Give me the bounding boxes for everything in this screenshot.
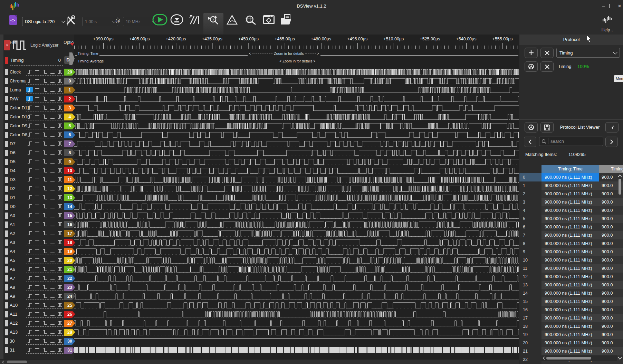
goto-row-button[interactable] bbox=[605, 122, 619, 132]
channel-row[interactable]: A7 22 bbox=[3, 274, 74, 283]
trigger-high-icon[interactable] bbox=[34, 96, 40, 101]
decode-row-average[interactable]: Timing: Average < Zoom in for details > bbox=[75, 59, 518, 65]
search-input[interactable] bbox=[548, 138, 601, 144]
wave-trace[interactable] bbox=[74, 247, 519, 256]
wave-trace[interactable] bbox=[74, 77, 519, 86]
trigger-edge-icon[interactable] bbox=[57, 347, 63, 353]
trigger-falling-icon[interactable] bbox=[41, 222, 48, 227]
trigger-low-icon[interactable] bbox=[49, 105, 56, 110]
channel-index-badge[interactable]: 28 bbox=[64, 329, 75, 336]
trigger-edge-icon[interactable] bbox=[57, 114, 63, 119]
trigger-rising-icon[interactable] bbox=[26, 105, 33, 110]
trigger-edge-icon[interactable] bbox=[57, 141, 63, 146]
channel-index-badge[interactable]: 21 bbox=[64, 266, 75, 273]
trigger-low-icon[interactable] bbox=[49, 239, 56, 245]
channel-index-badge[interactable]: 0 bbox=[64, 78, 75, 85]
display-icon[interactable] bbox=[262, 14, 276, 25]
channel-index-badge[interactable]: 12 bbox=[64, 185, 75, 192]
trigger-low-icon[interactable] bbox=[49, 168, 56, 173]
channel-row[interactable]: Luma 1 bbox=[3, 86, 74, 95]
trigger-rising-icon[interactable] bbox=[26, 293, 33, 299]
trigger-falling-icon[interactable] bbox=[41, 275, 48, 281]
trigger-falling-icon[interactable] bbox=[41, 177, 48, 182]
trigger-falling-icon[interactable] bbox=[41, 132, 48, 137]
channel-row[interactable]: Clock 29 bbox=[3, 68, 74, 77]
protocol-list-row[interactable]: 15 900.000 ns (1.111 MHz) 900.0 bbox=[519, 297, 623, 306]
channel-row[interactable]: D2 12 bbox=[3, 184, 74, 193]
trigger-low-icon[interactable] bbox=[49, 141, 56, 146]
trigger-high-icon[interactable] bbox=[34, 123, 40, 128]
trigger-rising-icon[interactable] bbox=[26, 248, 33, 254]
list-hscrollbar[interactable] bbox=[541, 355, 617, 361]
duration-select[interactable]: 1.00 s bbox=[82, 17, 118, 26]
wave-trace[interactable] bbox=[74, 202, 519, 211]
trigger-falling-icon[interactable] bbox=[41, 96, 48, 101]
trigger-edge-icon[interactable] bbox=[57, 329, 63, 335]
channel-row[interactable]: A8 23 bbox=[3, 283, 74, 292]
trigger-low-icon[interactable] bbox=[49, 177, 56, 182]
session-title[interactable]: Logic Analyzer bbox=[30, 43, 58, 48]
channel-row[interactable]: D5 9 bbox=[3, 157, 74, 166]
wave-trace[interactable] bbox=[74, 95, 519, 104]
trigger-falling-icon[interactable] bbox=[41, 105, 48, 110]
channel-row[interactable]: D7 7 bbox=[3, 139, 74, 148]
close-button[interactable]: × bbox=[616, 3, 623, 10]
trigger-falling-icon[interactable] bbox=[41, 195, 48, 200]
trigger-icon[interactable] bbox=[188, 14, 201, 25]
channel-index-badge[interactable]: 30 bbox=[64, 338, 75, 345]
trigger-rising-icon[interactable] bbox=[26, 141, 33, 146]
wave-trace[interactable] bbox=[74, 301, 519, 310]
channel-index-badge[interactable]: 14 bbox=[64, 203, 75, 210]
channel-index-badge[interactable]: 25 bbox=[64, 302, 75, 309]
wave-trace[interactable] bbox=[74, 319, 519, 328]
protocol-list-row[interactable]: 13 900.000 ns (1.111 MHz) 900.0 bbox=[519, 281, 623, 289]
protocol-list-row[interactable]: 19 900.000 ns (1.111 MHz) 900.0 bbox=[519, 331, 623, 339]
trigger-high-icon[interactable] bbox=[34, 177, 40, 182]
decode-row-time[interactable]: Timing: Time <Zoom in for details> bbox=[75, 51, 518, 57]
decoder-row-marker[interactable] bbox=[69, 52, 75, 65]
trigger-falling-icon[interactable] bbox=[41, 329, 48, 335]
channel-index-badge[interactable]: 31 bbox=[64, 347, 75, 354]
trigger-low-icon[interactable] bbox=[49, 266, 56, 272]
channel-row[interactable]: R/W 2 bbox=[3, 95, 74, 104]
channel-index-badge[interactable]: 22 bbox=[64, 275, 75, 282]
protocol-list-row[interactable]: 17 900.000 ns (1.111 MHz) 900.0 bbox=[519, 314, 623, 322]
trigger-edge-icon[interactable] bbox=[57, 87, 63, 92]
viewer-settings-button[interactable] bbox=[525, 122, 538, 132]
search-icon[interactable] bbox=[244, 14, 258, 25]
trigger-falling-icon[interactable] bbox=[41, 257, 48, 263]
trigger-rising-icon[interactable] bbox=[26, 96, 33, 101]
wave-trace[interactable] bbox=[74, 292, 519, 301]
trigger-edge-icon[interactable] bbox=[57, 195, 63, 200]
search-prev-button[interactable] bbox=[524, 137, 536, 147]
trigger-edge-icon[interactable] bbox=[57, 150, 63, 155]
trigger-high-icon[interactable] bbox=[34, 222, 40, 227]
trigger-edge-icon[interactable] bbox=[57, 78, 63, 83]
channel-index-badge[interactable]: 2 bbox=[64, 96, 75, 102]
search-box[interactable] bbox=[539, 137, 603, 146]
trigger-low-icon[interactable] bbox=[49, 248, 56, 254]
wave-trace[interactable] bbox=[74, 283, 519, 292]
wave-trace[interactable] bbox=[74, 337, 519, 346]
title-bar[interactable]: DSView v1.1.2 – × bbox=[0, 0, 623, 12]
trigger-high-icon[interactable] bbox=[34, 204, 40, 209]
channel-index-badge[interactable]: 11 bbox=[64, 176, 75, 183]
trigger-high-icon[interactable] bbox=[34, 311, 40, 317]
protocol-list-row[interactable]: 18 900.000 ns (1.111 MHz) 900.0 bbox=[519, 322, 623, 331]
trigger-falling-icon[interactable] bbox=[41, 186, 48, 191]
trigger-rising-icon[interactable] bbox=[26, 204, 33, 209]
wave-trace[interactable] bbox=[74, 211, 519, 220]
trigger-high-icon[interactable] bbox=[34, 150, 40, 155]
remove-all-decoders-button[interactable] bbox=[540, 48, 554, 58]
trigger-rising-icon[interactable] bbox=[26, 150, 33, 155]
channel-index-badge[interactable]: 16 bbox=[64, 221, 75, 228]
trigger-rising-icon[interactable] bbox=[26, 213, 33, 218]
protocol-list-row[interactable]: 3 900.000 ns (1.111 MHz) 900.0 bbox=[519, 198, 623, 206]
trigger-edge-icon[interactable] bbox=[57, 186, 63, 191]
wave-trace[interactable] bbox=[74, 229, 519, 238]
trigger-edge-icon[interactable] bbox=[57, 132, 63, 137]
trigger-rising-icon[interactable] bbox=[26, 338, 33, 344]
trigger-low-icon[interactable] bbox=[49, 204, 56, 209]
wave-trace[interactable] bbox=[74, 104, 519, 112]
trigger-low-icon[interactable] bbox=[49, 230, 56, 236]
